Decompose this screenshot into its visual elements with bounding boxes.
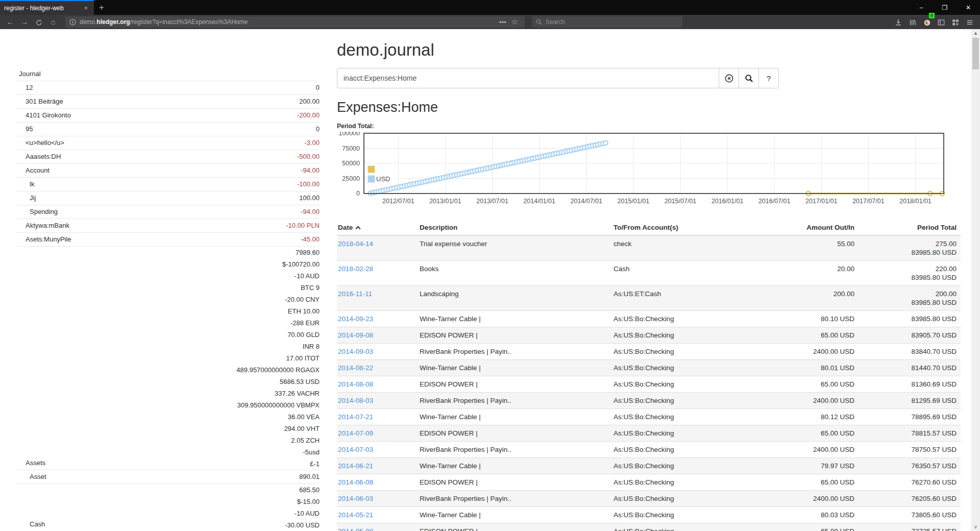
table-row: 2018-04-14Trial expense vouchercheck55.0… [337,235,961,261]
column-header-date[interactable]: Date [337,221,419,235]
new-tab-button[interactable]: + [94,0,109,15]
account-link[interactable]: Jij [15,191,36,205]
account-link[interactable]: Aaasets:DH [15,150,61,163]
transaction-date-link[interactable]: 2014-08-22 [338,364,373,372]
sidebar-journal-link[interactable]: Journal [15,67,320,81]
account-balance: 0 [316,81,320,94]
transaction-amount: 55.00 [762,235,859,261]
sidebar-account-row: Assets7989.60$-100720.00-10 AUDBTC 9-20.… [15,246,320,470]
page-actions-icon[interactable]: ••• [497,18,509,26]
transaction-description: RiverBank Properties | Payin.. [419,442,612,458]
transaction-description: EDISON POWER | [419,425,612,442]
scrollbar-thumb[interactable] [972,38,979,69]
url-text: demo.hledger.org/register?q=inacct%3AExp… [80,18,497,26]
library-icon[interactable] [905,15,920,29]
transaction-date-link[interactable]: 2014-06-21 [338,462,373,470]
transaction-date-link[interactable]: 2018-02-28 [338,265,373,273]
account-link[interactable]: Asset [15,470,46,484]
sidebar-account-row: 120 [15,81,320,94]
sidebar-account-row: Asets:MunyPile-45.00 [15,232,320,246]
period-total-amount: 220.0083985.80 USD [859,261,961,286]
transaction-description: Wine-Tarner Cable | [419,507,612,523]
transaction-account: As:US:Bo:Checking [612,458,762,474]
transaction-date-link[interactable]: 2014-06-09 [338,478,373,486]
search-form: ? [337,68,779,88]
browser-window: register - hledger-web × + – ❐ ✕ ← → ⌂ d… [0,0,980,531]
account-link[interactable]: Spending [15,205,58,219]
transaction-date-link[interactable]: 2014-07-09 [338,429,373,437]
period-total-chart: 02500050000750001000002012/07/012013/01/… [337,132,961,211]
transaction-description: RiverBank Properties | Payin.. [419,393,612,409]
svg-text:0: 0 [356,190,360,197]
transaction-date-link[interactable]: 2014-05-21 [338,511,373,519]
downloads-icon[interactable] [891,15,905,29]
account-link[interactable]: 4101 Girokonto [15,109,71,122]
svg-text:2018/01/01: 2018/01/01 [899,198,932,205]
table-row: 2014-08-03RiverBank Properties | Payin..… [337,393,961,409]
window-restore-button[interactable]: ❐ [933,0,957,15]
forward-icon[interactable]: → [17,15,32,29]
transaction-description: Wine-Tarner Cable | [419,409,612,425]
scroll-down-icon[interactable]: ∨ [971,523,980,531]
reload-icon[interactable] [32,15,46,29]
transaction-date-link[interactable]: 2014-07-03 [338,446,373,453]
extension-icon[interactable]: 0 [920,15,934,29]
search-help-button[interactable]: ? [759,68,779,88]
panels-add-icon[interactable] [948,15,963,29]
transaction-account: As:US:Bo:Checking [612,474,762,491]
period-total-amount: 83985.80 USD [859,311,961,327]
transaction-date-link[interactable]: 2014-08-03 [338,397,373,404]
sidebars-icon[interactable] [934,15,948,29]
table-header-row: Date Description To/From Account(s) Amou… [337,221,961,235]
transaction-account: As:US:Bo:Checking [612,344,762,360]
browser-tab[interactable]: register - hledger-web × [0,0,94,15]
transaction-date-link[interactable]: 2014-08-08 [338,380,373,388]
table-row: 2018-02-28BooksCash20.00220.0083985.80 U… [337,261,961,286]
bookmark-star-icon[interactable]: ☆ [509,17,521,27]
account-link[interactable]: 301 Beiträge [15,95,63,108]
transaction-description: Landscaping [419,286,612,311]
account-link[interactable]: Cash [15,518,45,531]
account-link[interactable]: Account [15,164,50,177]
tab-close-icon[interactable]: × [82,4,90,12]
transaction-description: RiverBank Properties | Payin.. [419,491,612,507]
transaction-date-link[interactable]: 2014-09-03 [338,348,373,355]
transaction-date-link[interactable]: 2014-09-23 [338,315,373,323]
transaction-date-link[interactable]: 2018-04-14 [338,240,373,248]
menu-icon[interactable] [963,15,977,29]
home-icon[interactable]: ⌂ [46,15,60,29]
site-info-icon[interactable] [69,19,76,26]
transaction-amount: 65.00 USD [762,376,859,393]
transaction-amount: 80.10 USD [762,311,859,327]
transaction-date-link[interactable]: 2016-11-11 [338,290,372,298]
transaction-amount: 79.97 USD [762,458,859,474]
transaction-date-link[interactable]: 2014-09-08 [338,331,373,339]
account-link[interactable]: lk [15,178,34,191]
account-link[interactable]: Asets:MunyPile [15,233,71,246]
transaction-description: Wine-Tarner Cable | [419,311,612,327]
clear-query-button[interactable] [719,68,739,88]
account-link[interactable]: Assets [15,456,45,470]
scroll-up-icon[interactable]: ▲ [971,29,980,37]
browser-search-field[interactable]: Search [532,16,682,28]
transaction-date-link[interactable]: 2014-07-21 [338,413,373,421]
svg-text:2013/07/01: 2013/07/01 [476,198,508,205]
account-link[interactable]: 12 [15,81,33,94]
table-row: 2014-05-21Wine-Tarner Cable |As:US:Bo:Ch… [337,507,961,523]
svg-text:2015/07/01: 2015/07/01 [665,198,697,205]
svg-text:50000: 50000 [342,160,360,167]
account-link[interactable]: Aktywa:mBank [15,219,69,232]
window-close-button[interactable]: ✕ [957,0,980,15]
page-scrollbar[interactable]: ▲ ∨ [971,29,980,531]
period-total-amount: 78750.57 USD [859,442,961,458]
query-input[interactable] [337,68,719,88]
transaction-date-link[interactable]: 2014-05-08 [338,527,373,531]
account-link[interactable]: 95 [15,123,33,136]
svg-text:2012/07/01: 2012/07/01 [382,198,414,205]
back-icon[interactable]: ← [3,15,17,29]
search-button[interactable] [739,68,759,88]
url-bar[interactable]: demo.hledger.org/register?q=inacct%3AExp… [65,16,525,28]
transaction-date-link[interactable]: 2014-06-03 [338,495,373,502]
period-total-label: Period Total: [337,123,961,130]
account-link[interactable]: <u>hello</u> [15,136,64,150]
